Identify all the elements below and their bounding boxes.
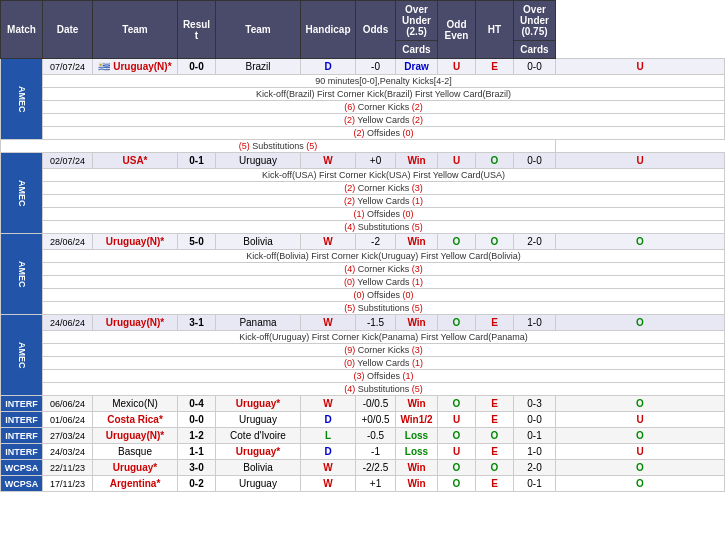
- match-row: AMEC 24/06/24 Uruguay(N)* 3-1 Panama W -…: [1, 315, 725, 331]
- detail-row: (5) Substitutions (5): [1, 302, 725, 315]
- handicap-value: -0: [356, 59, 396, 75]
- over-under2-value: O: [556, 428, 725, 444]
- header-match: Match: [1, 1, 43, 59]
- team1-name: Uruguay(N)*: [93, 234, 178, 250]
- header-date: Date: [43, 1, 93, 59]
- detail-row: (6) Corner Kicks (2): [1, 101, 725, 114]
- match-result: 5-0: [178, 234, 216, 250]
- detail-row: (1) Offsides (0): [1, 208, 725, 221]
- handicap-value: -2: [356, 234, 396, 250]
- detail-text: (2) Yellow Cards (2): [43, 114, 725, 127]
- over-under-value: O: [438, 460, 476, 476]
- detail-text: (4) Substitutions (5): [43, 383, 725, 396]
- over-under2-value: O: [556, 234, 725, 250]
- match-date: 28/06/24: [43, 234, 93, 250]
- ht-result: 1-0: [514, 315, 556, 331]
- competition-badge: WCPSA: [1, 476, 43, 492]
- odd-even-value: E: [476, 412, 514, 428]
- team2-name: Panama: [216, 315, 301, 331]
- header-ht: HT: [476, 1, 514, 59]
- detail-text: Kick-off(Bolivia) First Corner Kick(Urug…: [43, 250, 725, 263]
- team1-name: Uruguay(N)*: [93, 428, 178, 444]
- header-over-under-25: Over Under (2.5): [396, 1, 438, 41]
- simple-match-row: WCPSA 22/11/23 Uruguay* 3-0 Bolivia W -2…: [1, 460, 725, 476]
- match-row: AMEC 28/06/24 Uruguay(N)* 5-0 Bolivia W …: [1, 234, 725, 250]
- odd-even-value: O: [476, 460, 514, 476]
- header-team1: Team: [93, 1, 178, 59]
- detail-text: (5) Substitutions (5): [43, 302, 725, 315]
- detail-text: (3) Offsides (1): [43, 370, 725, 383]
- over-under2-value: U: [556, 59, 725, 75]
- odd-even-value: O: [476, 153, 514, 169]
- match-date: 06/06/24: [43, 396, 93, 412]
- detail-row: (2) Yellow Cards (2): [1, 114, 725, 127]
- result-letter: L: [301, 428, 356, 444]
- detail-row: (2) Yellow Cards (1): [1, 195, 725, 208]
- handicap-value: -0/0.5: [356, 396, 396, 412]
- header-cards-25: Cards: [396, 41, 438, 59]
- detail-row: (5) Substitutions (5): [1, 140, 725, 153]
- outcome: Loss: [396, 444, 438, 460]
- over-under-value: O: [438, 476, 476, 492]
- team1-name: Argentina*: [93, 476, 178, 492]
- team1-name: 🇺🇾 Uruguay(N)*: [93, 59, 178, 75]
- detail-text: (2) Yellow Cards (1): [43, 195, 725, 208]
- outcome: Win: [396, 153, 438, 169]
- over-under-value: U: [438, 153, 476, 169]
- ht-result: 0-3: [514, 396, 556, 412]
- competition-badge: AMEC: [1, 315, 43, 396]
- team2-name: Bolivia: [216, 234, 301, 250]
- ht-result: 1-0: [514, 444, 556, 460]
- detail-text: (0) Offsides (0): [43, 289, 725, 302]
- outcome: Win: [396, 460, 438, 476]
- ht-result: 0-0: [514, 59, 556, 75]
- handicap-value: +1: [356, 476, 396, 492]
- detail-text: (4) Substitutions (5): [43, 221, 725, 234]
- odd-even-value: O: [476, 234, 514, 250]
- team2-name: Uruguay*: [216, 396, 301, 412]
- odd-even-value: E: [476, 476, 514, 492]
- header-result: Resul t: [178, 1, 216, 59]
- header-odds: Odds: [356, 1, 396, 59]
- detail-row: Kick-off(Brazil) First Corner Kick(Brazi…: [1, 88, 725, 101]
- detail-row: Kick-off(Uruguay) First Corner Kick(Pana…: [1, 331, 725, 344]
- match-result: 0-2: [178, 476, 216, 492]
- odd-even-value: E: [476, 59, 514, 75]
- team1-name: Basque: [93, 444, 178, 460]
- detail-text: (0) Yellow Cards (1): [43, 357, 725, 370]
- detail-row: (3) Offsides (1): [1, 370, 725, 383]
- match-date: 17/11/23: [43, 476, 93, 492]
- over-under2-value: O: [556, 460, 725, 476]
- match-result: 1-1: [178, 444, 216, 460]
- ht-result: 2-0: [514, 234, 556, 250]
- over-under-value: O: [438, 234, 476, 250]
- team1-name: Costa Rica*: [93, 412, 178, 428]
- match-date: 24/06/24: [43, 315, 93, 331]
- match-date: 24/03/24: [43, 444, 93, 460]
- header-over-under-075: Over Under (0.75): [514, 1, 556, 41]
- over-under-value: U: [438, 412, 476, 428]
- detail-row: (2) Corner Kicks (3): [1, 182, 725, 195]
- over-under-value: O: [438, 396, 476, 412]
- detail-text: (9) Corner Kicks (3): [43, 344, 725, 357]
- team2-name: Bolivia: [216, 460, 301, 476]
- detail-row: (0) Yellow Cards (1): [1, 276, 725, 289]
- result-letter: W: [301, 460, 356, 476]
- result-letter: W: [301, 396, 356, 412]
- competition-badge: WCPSA: [1, 460, 43, 476]
- competition-badge: INTERF: [1, 412, 43, 428]
- competition-badge: INTERF: [1, 444, 43, 460]
- ht-result: 0-0: [514, 153, 556, 169]
- competition-badge: INTERF: [1, 396, 43, 412]
- team1-name: Mexico(N): [93, 396, 178, 412]
- handicap-value: +0/0.5: [356, 412, 396, 428]
- odd-even-value: E: [476, 396, 514, 412]
- outcome: Win1/2: [396, 412, 438, 428]
- result-letter: D: [301, 444, 356, 460]
- main-table: Match Date Team Resul t Team Handicap Od…: [0, 0, 725, 492]
- match-row: AMEC 07/07/24 🇺🇾 Uruguay(N)* 0-0 Brazil …: [1, 59, 725, 75]
- detail-row: Kick-off(Bolivia) First Corner Kick(Urug…: [1, 250, 725, 263]
- match-result: 1-2: [178, 428, 216, 444]
- header-odd-even: Odd Even: [438, 1, 476, 59]
- detail-row: 90 minutes[0-0],Penalty Kicks[4-2]: [1, 75, 725, 88]
